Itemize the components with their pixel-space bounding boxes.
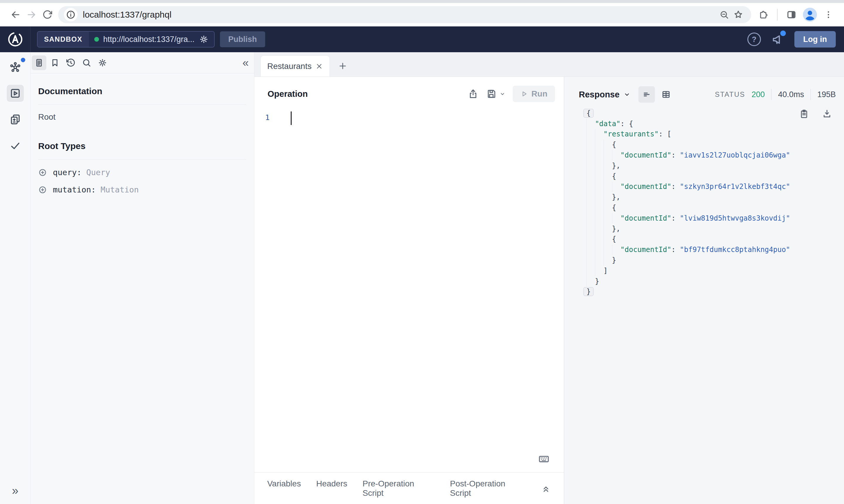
extensions-icon[interactable] [755, 7, 771, 23]
forward-button[interactable] [23, 7, 39, 23]
apollo-logo[interactable] [0, 26, 31, 52]
tab-close-icon[interactable] [315, 62, 323, 70]
indent-guide [586, 192, 595, 202]
indent-guide [586, 129, 595, 140]
keyboard-shortcuts-icon[interactable] [538, 453, 550, 465]
url-text[interactable]: localhost:1337/graphql [83, 10, 717, 20]
json-line: ] [586, 266, 844, 276]
rail-item-changesets[interactable] [7, 111, 24, 128]
indent-guide [595, 255, 603, 266]
response-title: Response [579, 90, 620, 100]
doc-tab-search-icon[interactable] [79, 55, 94, 70]
address-bar[interactable]: localhost:1337/graphql [58, 6, 751, 23]
save-icon[interactable] [486, 88, 497, 100]
login-button[interactable]: Log in [794, 31, 836, 48]
endpoint-url[interactable]: http://localhost:1337/gra... [103, 35, 195, 44]
response-json: {"data": {"restaurants": [{"documentId":… [586, 108, 844, 297]
download-response-icon[interactable] [822, 109, 832, 119]
doc-tab-documentation-icon[interactable] [32, 55, 47, 70]
response-header: Response STATUS 200 [579, 86, 836, 103]
status-group: STATUS 200 40.0ms 195B [715, 89, 836, 100]
browser-menu-icon[interactable] [821, 7, 837, 23]
new-tab-plus-icon[interactable] [334, 57, 351, 75]
json-view-toggle-icon[interactable] [638, 86, 655, 103]
endpoint-settings-gear-icon[interactable] [199, 34, 209, 44]
publish-button[interactable]: Publish [220, 31, 265, 47]
indent-guide [595, 202, 603, 213]
profile-avatar[interactable] [802, 7, 817, 22]
expand-plus-circle-icon[interactable] [38, 185, 47, 194]
expand-plus-circle-icon[interactable] [38, 168, 47, 177]
response-duration: 40.0ms [778, 90, 804, 99]
json-line: "documentId": "szkyn3pr64r1v2lkebf3t4qc" [586, 182, 844, 192]
indent-guide [603, 182, 612, 192]
endpoint-status-dot [94, 37, 99, 42]
run-button[interactable]: Run [513, 86, 555, 102]
apollo-header-right: ? Log in [747, 31, 844, 48]
announcements-megaphone-icon[interactable] [771, 33, 785, 46]
bottom-tab[interactable]: Post-Operation Script [450, 479, 526, 498]
json-line: { [586, 202, 844, 213]
collapse-bottom-chevrons-icon[interactable] [541, 484, 551, 493]
doc-tab-settings-gear-icon[interactable] [95, 55, 110, 70]
response-actions [799, 109, 832, 119]
expand-rail-chevrons-icon[interactable]: » [12, 485, 18, 497]
operation-bottom-bar: VariablesHeadersPre-Operation ScriptPost… [254, 472, 564, 504]
copy-response-icon[interactable] [799, 109, 809, 119]
left-icon-rail: » [0, 52, 31, 504]
rail-item-schema[interactable] [7, 59, 24, 76]
doc-tab-history-icon[interactable] [64, 55, 78, 70]
doc-title: Documentation [38, 86, 246, 96]
operation-editor[interactable]: 1 [254, 106, 564, 472]
operation-title: Operation [268, 89, 308, 99]
fold-toggle[interactable]: { [584, 109, 593, 118]
indent-guide [612, 245, 621, 255]
tab-restaurants[interactable]: Restaurants [260, 55, 330, 76]
save-group[interactable] [486, 88, 506, 100]
table-view-toggle-icon[interactable] [658, 86, 674, 103]
share-icon[interactable] [467, 88, 479, 100]
site-info-icon[interactable] [64, 8, 77, 21]
indent-guide [603, 245, 612, 255]
line-number: 1 [254, 113, 277, 472]
bookmark-star-icon[interactable] [731, 7, 745, 22]
doc-root-breadcrumb[interactable]: Root [38, 112, 246, 122]
endpoint-input[interactable]: http://localhost:1337/gra... [89, 32, 214, 47]
indent-guide [603, 139, 612, 150]
indent-guide [586, 202, 595, 213]
doc-toolbar: « [31, 52, 254, 73]
indent-guide [603, 192, 612, 202]
indent-guide [586, 160, 595, 171]
side-panel-icon[interactable] [783, 7, 799, 23]
back-button[interactable] [7, 7, 23, 23]
text-cursor [291, 111, 292, 125]
indent-guide [586, 255, 595, 266]
rail-item-checks[interactable] [7, 137, 24, 154]
root-types-title: Root Types [38, 141, 246, 151]
bottom-tab[interactable]: Headers [316, 479, 347, 498]
collapse-panel-chevrons-icon[interactable]: « [243, 57, 249, 68]
save-dropdown-chevron-icon[interactable] [499, 91, 506, 97]
bottom-tab[interactable]: Pre-Operation Script [363, 479, 435, 498]
endpoint-pill[interactable]: SANDBOX http://localhost:1337/gra... [37, 31, 215, 48]
response-dropdown[interactable]: Response [579, 90, 631, 100]
root-type-row[interactable]: mutation: Mutation [38, 185, 246, 194]
rail-item-explorer[interactable] [7, 85, 24, 102]
notification-dot [780, 31, 786, 36]
root-type-row[interactable]: query: Query [38, 168, 246, 177]
bottom-tab[interactable]: Variables [267, 479, 301, 498]
bottom-tabs: VariablesHeadersPre-Operation ScriptPost… [267, 479, 526, 498]
operation-actions: Run [467, 86, 555, 102]
run-label: Run [532, 89, 547, 98]
doc-body: Documentation Root Root Types query: Que… [31, 73, 254, 194]
zoom-out-icon[interactable] [717, 7, 731, 22]
reload-button[interactable] [39, 7, 55, 23]
doc-tab-bookmarks-icon[interactable] [48, 55, 62, 70]
indent-guide [603, 213, 612, 223]
indent-guide [586, 213, 595, 223]
help-icon[interactable]: ? [747, 33, 761, 46]
indent-guide [595, 245, 603, 255]
fold-toggle[interactable]: } [584, 287, 593, 296]
indent-guide [612, 150, 621, 160]
status-label: STATUS [715, 90, 745, 98]
